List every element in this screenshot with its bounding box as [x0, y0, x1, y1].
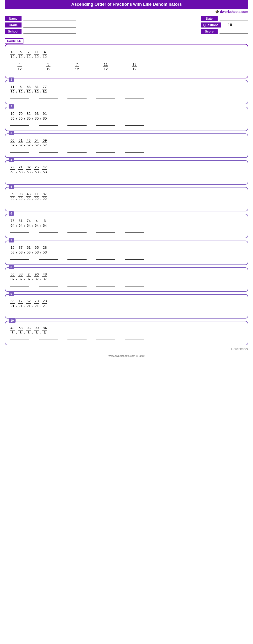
- answer-slot-q10-1[interactable]: [39, 338, 58, 340]
- answer-line-q2-3: [96, 125, 115, 126]
- answer-slot-q4-2[interactable]: [68, 178, 86, 179]
- answer-slot-q7-2[interactable]: [68, 258, 86, 260]
- answer-slot-q3-1[interactable]: [39, 151, 58, 152]
- answer-slot-q9-1[interactable]: [39, 311, 58, 313]
- answer-slot-q6-0[interactable]: [10, 231, 29, 233]
- frac-q2-4-num: 91: [42, 112, 47, 116]
- answer-line-q6-0: [10, 232, 29, 233]
- frac-q9-0: 6521: [10, 299, 15, 308]
- comma-q6-2: ,: [32, 222, 33, 227]
- answer-slot-q1-0[interactable]: [10, 97, 29, 99]
- score-line[interactable]: [220, 29, 248, 34]
- frac-q2-0: 1085: [10, 112, 15, 120]
- worksheet-id: UJW1PD38V4: [0, 348, 253, 350]
- answer-slot-q1-1[interactable]: [39, 97, 58, 99]
- frac-q6-0: 7364: [10, 218, 15, 228]
- grade-line[interactable]: [24, 23, 76, 28]
- frac-q1-2-den: 82: [26, 90, 31, 94]
- frac-q1-4: 7782: [42, 85, 47, 94]
- answer-slot-q3-0[interactable]: [10, 151, 29, 152]
- answer-slot-q6-2[interactable]: [68, 231, 86, 233]
- answer-slot-q10-4[interactable]: [125, 338, 144, 340]
- answer-slot-q9-0[interactable]: [10, 311, 29, 313]
- frac-q7-3: 6553: [34, 245, 39, 254]
- answer-slot-q9-4[interactable]: [125, 311, 144, 313]
- frac-q2-3-num: 63: [34, 112, 39, 116]
- frac-q6-0-num: 73: [10, 218, 15, 223]
- answer-slot-q1-2[interactable]: [68, 97, 86, 99]
- frac-q9-2-den: 21: [26, 304, 31, 308]
- answer-row-8: [10, 284, 243, 286]
- answer-slot-q5-0[interactable]: [10, 204, 29, 206]
- answer-line-q1-0: [10, 98, 29, 99]
- answer-slot-q9-3[interactable]: [96, 311, 115, 313]
- answer-slot-q10-2[interactable]: [68, 338, 86, 340]
- frac-q8-2: 237: [26, 272, 31, 281]
- name-line[interactable]: [24, 16, 76, 21]
- answer-slot-q6-4[interactable]: [125, 231, 144, 233]
- frac-q9-1: 1721: [18, 299, 23, 308]
- answer-line-q7-1: [39, 259, 58, 260]
- answer-slot-q8-4[interactable]: [125, 284, 144, 286]
- date-line[interactable]: [220, 16, 248, 21]
- example-fractions-row: 13 12 , 5 12 , 7 12 , 11 12 , 4 12: [10, 50, 243, 59]
- answer-slot-q1-4[interactable]: [125, 97, 144, 99]
- frac-ex-4: 4 12: [42, 50, 47, 59]
- school-label: School: [5, 29, 22, 34]
- info-section: Name Grade School Date Questions 10 Scor…: [0, 14, 253, 36]
- answer-slot-q9-2[interactable]: [68, 311, 86, 313]
- answer-slot-q5-4[interactable]: [125, 204, 144, 206]
- answer-slot-q8-2[interactable]: [68, 284, 86, 286]
- frac-q9-0-den: 21: [10, 304, 15, 308]
- answer-slot-q2-3[interactable]: [96, 124, 115, 126]
- frac-q7-0-den: 53: [10, 250, 15, 254]
- answer-slot-q4-1[interactable]: [39, 178, 58, 179]
- frac-q9-3-num: 73: [34, 299, 39, 304]
- answer-line-q7-2: [68, 259, 86, 260]
- frac-q7-4: 2853: [42, 245, 47, 254]
- answer-slot-q1-3[interactable]: [96, 97, 115, 99]
- answer-slot-q7-4[interactable]: [125, 258, 144, 260]
- answer-slot-q8-3[interactable]: [96, 284, 115, 286]
- answer-slot-q6-3[interactable]: [96, 231, 115, 233]
- answer-slot-q3-3[interactable]: [96, 151, 115, 152]
- ans-ex-0-line: [10, 73, 29, 73]
- answer-slot-q4-4[interactable]: [125, 178, 144, 179]
- answer-slot-q2-1[interactable]: [39, 124, 58, 126]
- frac-q4-4: 4753: [42, 165, 47, 174]
- answer-slot-q2-2[interactable]: [68, 124, 86, 126]
- answer-line-q7-3: [96, 259, 115, 260]
- comma-q7-3: ,: [40, 249, 41, 254]
- answer-slot-q3-2[interactable]: [68, 151, 86, 152]
- frac-q6-1: 6164: [18, 218, 23, 228]
- answer-slot-q2-4[interactable]: [125, 124, 144, 126]
- answer-slot-q10-3[interactable]: [96, 338, 115, 340]
- answer-slot-q6-1[interactable]: [39, 231, 58, 233]
- answer-row-5: [10, 204, 243, 206]
- logo-bar: 🎓 dworksheets.com: [0, 9, 253, 14]
- frac-q7-2-num: 61: [26, 245, 31, 250]
- answer-slot-q5-3[interactable]: [96, 204, 115, 206]
- answer-slot-q7-1[interactable]: [39, 258, 58, 260]
- frac-q10-4-num: 84: [42, 326, 47, 330]
- answer-slot-q8-1[interactable]: [39, 284, 58, 286]
- answer-slot-q4-3[interactable]: [96, 178, 115, 179]
- answer-slot-q5-2[interactable]: [68, 204, 86, 206]
- frac-q5-3: 1122: [34, 192, 39, 201]
- answer-slot-q8-0[interactable]: [10, 284, 29, 286]
- answer-slot-q2-0[interactable]: [10, 124, 29, 126]
- frac-q8-2-den: 37: [26, 277, 31, 281]
- worksheet-id-text: UJW1PD38V4: [231, 348, 248, 350]
- answer-slot-q3-4[interactable]: [125, 151, 144, 152]
- frac-q3-0-num: 60: [10, 138, 15, 143]
- answer-slot-q10-0[interactable]: [10, 338, 29, 340]
- answer-slot-q7-0[interactable]: [10, 258, 29, 260]
- answer-slot-q7-3[interactable]: [96, 258, 115, 260]
- frac-q10-4-den: 3: [42, 330, 47, 335]
- answer-slot-q5-1[interactable]: [39, 204, 58, 206]
- frac-q3-2-num: 48: [26, 138, 31, 143]
- school-line[interactable]: [24, 29, 76, 34]
- answer-slot-q4-0[interactable]: [10, 178, 29, 179]
- frac-q9-4-num: 23: [42, 299, 47, 304]
- frac-q5-1-num: 93: [18, 192, 23, 196]
